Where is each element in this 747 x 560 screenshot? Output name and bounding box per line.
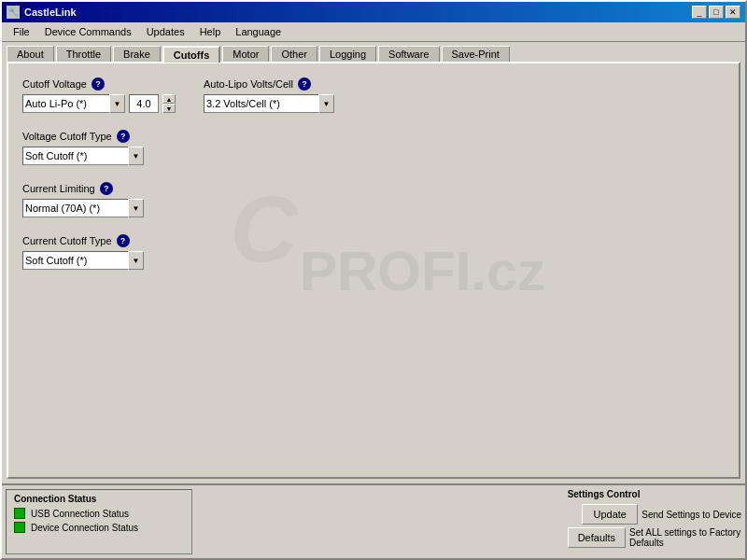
- cutoff-voltage-select-wrapper: Auto Li-Po (*) Manual Disabled ▼: [22, 94, 125, 113]
- device-status-led: [14, 522, 25, 533]
- usb-status-led: [14, 508, 25, 519]
- cutoff-voltage-label-row: Cutoff Voltage ?: [22, 77, 176, 91]
- title-bar-left: 🔧 CastleLink: [7, 6, 77, 19]
- status-spacer: [196, 489, 564, 554]
- cutoff-voltage-help-icon[interactable]: ?: [92, 77, 105, 91]
- voltage-cutoff-type-select[interactable]: Soft Cutoff (*) Hard Cutoff: [22, 147, 144, 165]
- cutoff-voltage-spin-down[interactable]: ▼: [162, 104, 176, 113]
- voltage-cutoff-type-label: Voltage Cutoff Type: [22, 131, 112, 142]
- cutoff-voltage-controls: Auto Li-Po (*) Manual Disabled ▼ 4.0 ▲ ▼: [22, 94, 176, 113]
- usb-status-row: USB Connection Status: [14, 508, 184, 519]
- device-status-row: Device Connection Status: [14, 522, 184, 533]
- settings-control-box: Settings Control Update Send Settings to…: [568, 489, 741, 554]
- current-cutoff-type-select-wrapper: Soft Cutoff (*) Hard Cutoff ▼: [22, 251, 144, 270]
- cutoff-voltage-spin-up[interactable]: ▲: [162, 94, 176, 104]
- current-cutoff-type-section: Current Cutoff Type ? Soft Cutoff (*) Ha…: [22, 234, 725, 270]
- cutoff-voltage-select[interactable]: Auto Li-Po (*) Manual Disabled: [22, 94, 125, 113]
- cutoff-voltage-label: Cutoff Voltage: [22, 78, 87, 90]
- current-limiting-label: Current Limiting: [22, 183, 95, 194]
- auto-lipo-section: Auto-Lipo Volts/Cell ? 3.2 Volts/Cell (*…: [204, 77, 334, 113]
- tab-motor[interactable]: Motor: [222, 46, 269, 63]
- auto-lipo-label-row: Auto-Lipo Volts/Cell ?: [204, 77, 334, 91]
- auto-lipo-select[interactable]: 3.2 Volts/Cell (*) 3.0 Volts/Cell 2.8 Vo…: [204, 94, 334, 113]
- current-limiting-select[interactable]: Normal (70A) (*) High Low: [22, 199, 144, 217]
- cutoff-voltage-section: Cutoff Voltage ? Auto Li-Po (*) Manual D…: [22, 77, 176, 113]
- tab-save-print[interactable]: Save-Print: [442, 46, 510, 63]
- device-status-label: Device Connection Status: [31, 523, 138, 533]
- current-limiting-select-wrapper: Normal (70A) (*) High Low ▼: [22, 199, 144, 217]
- tab-software[interactable]: Software: [378, 46, 439, 63]
- voltage-cutoff-type-section: Voltage Cutoff Type ? Soft Cutoff (*) Ha…: [22, 130, 725, 165]
- menu-help[interactable]: Help: [192, 24, 229, 39]
- auto-lipo-select-wrapper: 3.2 Volts/Cell (*) 3.0 Volts/Cell 2.8 Vo…: [204, 94, 334, 113]
- voltage-cutoff-type-help-icon[interactable]: ?: [117, 130, 130, 143]
- defaults-desc: Set ALL settings to Factory Defaults: [629, 527, 741, 548]
- app-icon: 🔧: [7, 6, 20, 19]
- update-row: Update Send Settings to Device: [582, 504, 741, 525]
- status-bar: Connection Status USB Connection Status …: [2, 483, 745, 558]
- auto-lipo-label: Auto-Lipo Volts/Cell: [204, 78, 293, 90]
- current-limiting-help-icon[interactable]: ?: [100, 182, 113, 195]
- current-limiting-label-row: Current Limiting ?: [22, 182, 725, 195]
- maximize-button[interactable]: □: [709, 6, 724, 19]
- defaults-button[interactable]: Defaults: [568, 527, 626, 548]
- main-window: 🔧 CastleLink _ □ ✕ File Device Commands …: [0, 0, 747, 560]
- menu-language[interactable]: Language: [228, 24, 289, 39]
- current-cutoff-type-label-row: Current Cutoff Type ?: [22, 234, 725, 247]
- close-button[interactable]: ✕: [726, 6, 740, 19]
- menu-device-commands[interactable]: Device Commands: [37, 24, 139, 39]
- current-limiting-section: Current Limiting ? Normal (70A) (*) High…: [22, 182, 725, 217]
- minimize-button[interactable]: _: [692, 6, 707, 19]
- current-limiting-controls: Normal (70A) (*) High Low ▼: [22, 199, 725, 217]
- cutoff-voltage-spin: ▲ ▼: [162, 94, 176, 113]
- title-bar-buttons: _ □ ✕: [692, 6, 740, 19]
- current-cutoff-type-help-icon[interactable]: ?: [117, 234, 130, 247]
- title-bar: 🔧 CastleLink _ □ ✕: [2, 2, 745, 22]
- defaults-row: Defaults Set ALL settings to Factory Def…: [568, 527, 741, 548]
- cutoff-voltage-number[interactable]: 4.0: [129, 94, 159, 113]
- top-form-row: Cutoff Voltage ? Auto Li-Po (*) Manual D…: [22, 77, 725, 130]
- tab-bar: About Throttle Brake Cutoffs Motor Other…: [2, 42, 745, 62]
- voltage-cutoff-type-select-wrapper: Soft Cutoff (*) Hard Cutoff ▼: [22, 147, 144, 165]
- voltage-cutoff-type-label-row: Voltage Cutoff Type ?: [22, 130, 725, 143]
- voltage-cutoff-type-controls: Soft Cutoff (*) Hard Cutoff ▼: [22, 147, 725, 165]
- settings-control-title: Settings Control: [568, 489, 641, 499]
- window-title: CastleLink: [24, 7, 77, 18]
- current-cutoff-type-label: Current Cutoff Type: [22, 235, 112, 246]
- tab-other[interactable]: Other: [271, 46, 317, 63]
- connection-status-title: Connection Status: [14, 494, 184, 504]
- current-cutoff-type-select[interactable]: Soft Cutoff (*) Hard Cutoff: [22, 251, 144, 270]
- menu-updates[interactable]: Updates: [139, 24, 192, 39]
- menu-file[interactable]: File: [6, 24, 37, 39]
- menu-bar: File Device Commands Updates Help Langua…: [2, 22, 745, 42]
- tab-about[interactable]: About: [7, 46, 54, 63]
- tab-brake[interactable]: Brake: [113, 46, 161, 63]
- auto-lipo-controls: 3.2 Volts/Cell (*) 3.0 Volts/Cell 2.8 Vo…: [204, 94, 334, 113]
- connection-status-box: Connection Status USB Connection Status …: [6, 489, 192, 554]
- auto-lipo-help-icon[interactable]: ?: [298, 77, 311, 91]
- usb-status-label: USB Connection Status: [31, 509, 129, 519]
- update-desc: Send Settings to Device: [641, 510, 741, 520]
- tab-logging[interactable]: Logging: [319, 46, 376, 63]
- tab-throttle[interactable]: Throttle: [56, 46, 111, 63]
- content-area: C PROFI.cz Cutoff Voltage ? Auto Li-Po (…: [7, 62, 740, 479]
- current-cutoff-type-controls: Soft Cutoff (*) Hard Cutoff ▼: [22, 251, 725, 270]
- update-button[interactable]: Update: [582, 504, 638, 525]
- tab-cutoffs[interactable]: Cutoffs: [162, 46, 221, 63]
